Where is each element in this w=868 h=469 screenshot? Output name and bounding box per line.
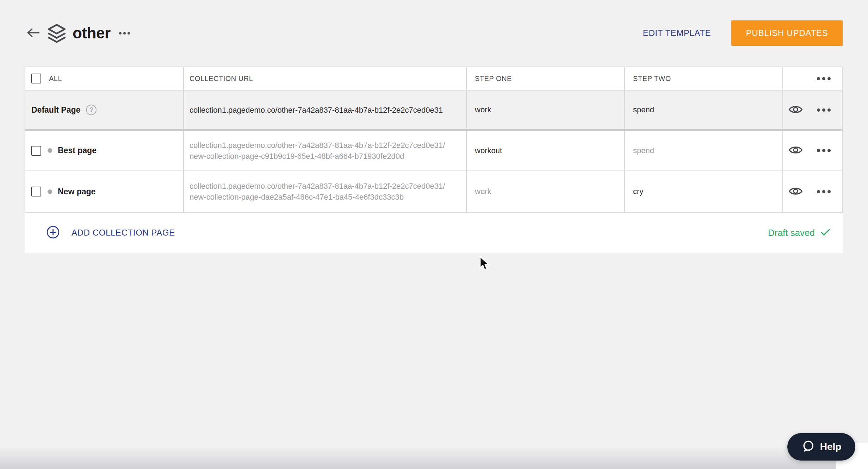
collection-pages-table: ALL COLLECTION URL STEP ONE STEP TWO Def… xyxy=(25,67,843,213)
ellipsis-icon xyxy=(817,149,831,152)
header-cell-all: ALL xyxy=(25,67,184,90)
row-step-two-cell: spend xyxy=(625,131,783,171)
back-button[interactable] xyxy=(25,26,42,40)
bottom-fade xyxy=(0,446,868,469)
row-name-cell-default-page[interactable]: Default Page ? xyxy=(25,90,184,131)
draft-save-status: Draft saved xyxy=(768,227,830,238)
step-two-value: cry xyxy=(633,187,643,196)
top-bar-right: EDIT TEMPLATE PUBLISH UPDATES xyxy=(643,20,843,46)
column-header-all: ALL xyxy=(49,75,62,83)
collection-url-line2: new-collection-page-c91b9c19-65e1-48bf-a… xyxy=(190,151,450,162)
header-more-menu-button[interactable] xyxy=(816,76,831,81)
mouse-cursor xyxy=(477,256,491,273)
eye-icon xyxy=(788,105,803,115)
row-name-cell-best-page[interactable]: Best page xyxy=(25,131,184,171)
row-step-one-cell: workout xyxy=(467,131,625,171)
row-url-cell: collection1.pagedemo.co/other-7a42a837-8… xyxy=(184,90,467,131)
select-all-checkbox[interactable] xyxy=(31,74,41,83)
edit-template-link[interactable]: EDIT TEMPLATE xyxy=(643,28,711,38)
collection-url-line2: new-collection-page-dae2a5af-486c-47e1-b… xyxy=(190,192,450,202)
ellipsis-icon xyxy=(817,108,831,112)
row-select-checkbox[interactable] xyxy=(31,187,41,196)
row-actions-cell xyxy=(783,171,842,212)
chat-bubble-icon xyxy=(801,440,815,454)
page-name: Best page xyxy=(58,146,97,155)
layers-icon xyxy=(47,23,66,43)
row-step-one-cell: work xyxy=(467,90,625,131)
row-step-two-cell: spend xyxy=(625,90,783,131)
top-bar: other EDIT TEMPLATE PUBLISH UPDATES xyxy=(25,18,843,48)
status-dot-icon xyxy=(48,189,52,194)
preview-eye-button[interactable] xyxy=(788,104,804,116)
publish-updates-button[interactable]: PUBLISH UPDATES xyxy=(731,20,843,46)
column-header-collection-url: COLLECTION URL xyxy=(190,75,253,83)
eye-icon xyxy=(788,145,803,156)
step-one-value: work xyxy=(475,187,491,196)
plus-circle-icon xyxy=(46,226,60,240)
add-collection-page-button[interactable]: ADD COLLECTION PAGE xyxy=(46,226,175,240)
row-step-two-cell: cry xyxy=(625,171,783,212)
row-more-menu-button[interactable] xyxy=(816,189,831,194)
page-name: Default Page xyxy=(31,105,80,115)
step-two-value: spend xyxy=(633,105,654,114)
page-name: New page xyxy=(58,187,95,196)
collection-url-line1: collection1.pagedemo.co/other-7a42a837-8… xyxy=(190,140,450,151)
status-dot-icon xyxy=(48,148,52,153)
row-actions-cell xyxy=(783,131,842,171)
step-one-value: workout xyxy=(475,146,502,155)
header-cell-collection-url: COLLECTION URL xyxy=(184,67,467,90)
row-more-menu-button[interactable] xyxy=(816,148,831,153)
row-more-menu-button[interactable] xyxy=(816,108,831,112)
preview-eye-button[interactable] xyxy=(788,186,804,198)
step-one-value: work xyxy=(475,105,491,114)
header-cell-actions xyxy=(783,67,842,90)
add-collection-page-label: ADD COLLECTION PAGE xyxy=(72,228,175,238)
title-more-menu-button[interactable] xyxy=(118,29,131,37)
row-url-cell: collection1.pagedemo.co/other-7a42a837-8… xyxy=(184,171,467,212)
arrow-left-icon xyxy=(26,27,40,39)
preview-eye-button[interactable] xyxy=(788,144,804,157)
header-cell-step-one: STEP ONE xyxy=(467,67,625,90)
help-button-label: Help xyxy=(820,441,842,452)
question-circle-icon[interactable]: ? xyxy=(86,105,97,115)
row-actions-cell xyxy=(783,90,842,131)
row-name-cell-new-page[interactable]: New page xyxy=(25,171,184,212)
checkmark-icon xyxy=(820,228,830,238)
collection-pages-card: ALL COLLECTION URL STEP ONE STEP TWO Def… xyxy=(25,67,843,253)
collection-url-line1: collection1.pagedemo.co/other-7a42a837-8… xyxy=(190,181,450,192)
row-step-one-cell: work xyxy=(467,171,625,212)
step-two-value: spend xyxy=(633,146,654,155)
column-header-step-two: STEP TWO xyxy=(633,75,671,83)
save-status-text: Draft saved xyxy=(768,227,815,238)
top-bar-left: other xyxy=(25,23,131,43)
collection-url: collection1.pagedemo.co/other-7a42a837-8… xyxy=(190,105,448,115)
row-url-cell: collection1.pagedemo.co/other-7a42a837-8… xyxy=(184,131,467,171)
eye-icon xyxy=(788,186,803,197)
help-button[interactable]: Help xyxy=(787,433,855,461)
table-footer: ADD COLLECTION PAGE Draft saved xyxy=(25,213,843,253)
ellipsis-icon xyxy=(817,77,831,80)
column-header-step-one: STEP ONE xyxy=(475,75,512,83)
page-title: other xyxy=(73,24,111,42)
ellipsis-icon xyxy=(817,190,831,193)
header-cell-step-two: STEP TWO xyxy=(625,67,783,90)
row-select-checkbox[interactable] xyxy=(31,146,41,156)
